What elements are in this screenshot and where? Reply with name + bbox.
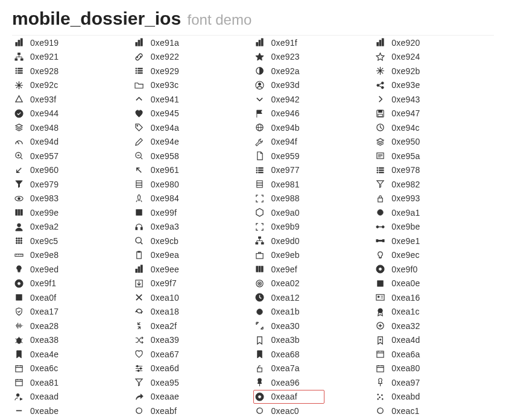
glyph-cell[interactable]: 0xea0e [373, 277, 494, 291]
glyph-cell[interactable]: 0xe960 [12, 163, 133, 178]
glyph-cell[interactable]: 0xe981 [253, 177, 374, 192]
glyph-cell[interactable]: 0xea1c [373, 305, 494, 319]
glyph-cell[interactable]: 0xea2f [133, 319, 253, 333]
glyph-cell[interactable]: 0xe94d [12, 135, 133, 149]
glyph-cell[interactable]: 0xe92b [373, 64, 494, 78]
glyph-cell[interactable]: 0xe9be [373, 220, 494, 234]
glyph-cell[interactable]: 0xe980 [133, 177, 253, 192]
glyph-cell[interactable]: 0xe942 [253, 92, 374, 107]
glyph-cell[interactable]: 0xea6a [373, 347, 494, 362]
glyph-cell[interactable]: 0xe9a3 [133, 220, 253, 234]
glyph-cell[interactable]: 0xea68 [253, 347, 374, 362]
glyph-cell[interactable]: 0xe919 [12, 36, 133, 50]
glyph-cell[interactable]: 0xe94b [253, 121, 374, 135]
glyph-cell[interactable]: 0xea81 [12, 375, 133, 390]
glyph-cell[interactable]: 0xe945 [133, 107, 253, 121]
glyph-cell[interactable]: 0xea39 [133, 333, 253, 348]
glyph-cell[interactable]: 0xea7a [253, 362, 374, 376]
glyph-cell[interactable]: 0xeaad [12, 390, 133, 404]
glyph-cell[interactable]: 0xea10 [133, 290, 253, 305]
glyph-cell[interactable]: 0xe978 [373, 163, 494, 178]
glyph-cell[interactable]: 0xea80 [373, 362, 494, 376]
glyph-cell[interactable]: 0xeaae [133, 390, 253, 404]
glyph-cell[interactable]: 0xe9a0 [253, 205, 374, 220]
glyph-cell[interactable]: 0xe984 [133, 192, 253, 206]
glyph-cell[interactable]: 0xe99f [133, 205, 253, 220]
glyph-cell[interactable]: 0xe93f [12, 92, 133, 107]
glyph-cell[interactable]: 0xe9e8 [12, 248, 133, 263]
glyph-cell[interactable]: 0xe9f7 [133, 277, 253, 291]
glyph-cell[interactable]: 0xe921 [12, 50, 133, 64]
glyph-cell[interactable]: 0xe948 [12, 121, 133, 135]
glyph-cell[interactable]: 0xea4d [373, 333, 494, 348]
glyph-cell[interactable]: 0xea28 [12, 319, 133, 333]
glyph-cell[interactable]: 0xea30 [253, 319, 374, 333]
glyph-cell[interactable]: 0xe924 [373, 50, 494, 64]
glyph-cell[interactable]: 0xe9c5 [12, 234, 133, 248]
glyph-cell[interactable]: 0xe929 [133, 64, 253, 78]
glyph-cell[interactable]: 0xe944 [12, 107, 133, 121]
glyph-cell[interactable]: 0xeac0 [253, 404, 374, 418]
glyph-cell[interactable]: 0xea38 [12, 333, 133, 348]
glyph-cell[interactable]: 0xea3b [253, 333, 374, 348]
glyph-cell[interactable]: 0xe9ee [133, 262, 253, 277]
glyph-cell[interactable]: 0xea32 [373, 319, 494, 333]
glyph-cell[interactable]: 0xe9a2 [12, 220, 133, 234]
glyph-cell[interactable]: 0xe9d0 [253, 234, 374, 248]
glyph-cell[interactable]: 0xea17 [12, 305, 133, 319]
glyph-cell[interactable]: 0xe9ec [373, 248, 494, 263]
glyph-cell[interactable]: 0xe94e [133, 135, 253, 149]
glyph-cell[interactable]: 0xea6c [12, 362, 133, 376]
glyph-cell[interactable]: 0xe982 [373, 177, 494, 192]
glyph-cell[interactable]: 0xe91a [133, 36, 253, 50]
glyph-cell[interactable]: 0xe92a [253, 64, 374, 78]
glyph-cell[interactable]: 0xe950 [373, 135, 494, 149]
glyph-cell[interactable]: 0xeaaf [253, 390, 324, 404]
glyph-cell[interactable]: 0xea4e [12, 347, 133, 362]
glyph-cell[interactable]: 0xea16 [373, 290, 494, 305]
glyph-cell[interactable]: 0xea18 [133, 305, 253, 319]
glyph-cell[interactable]: 0xe943 [373, 92, 494, 107]
glyph-cell[interactable]: 0xeabd [373, 390, 494, 404]
glyph-cell[interactable]: 0xe93e [373, 78, 494, 93]
glyph-cell[interactable]: 0xe9cb [133, 234, 253, 248]
glyph-cell[interactable]: 0xe94f [253, 135, 374, 149]
glyph-cell[interactable]: 0xeabf [133, 404, 253, 418]
glyph-cell[interactable]: 0xe9f0 [373, 262, 494, 277]
glyph-cell[interactable]: 0xe979 [12, 177, 133, 192]
glyph-cell[interactable]: 0xe92c [12, 78, 133, 93]
glyph-cell[interactable]: 0xe99e [12, 205, 133, 220]
glyph-cell[interactable]: 0xe957 [12, 149, 133, 163]
glyph-cell[interactable]: 0xe9b9 [253, 220, 374, 234]
glyph-cell[interactable]: 0xe93d [253, 78, 374, 93]
glyph-cell[interactable]: 0xe9ef [253, 262, 374, 277]
glyph-cell[interactable]: 0xea02 [253, 277, 374, 291]
glyph-cell[interactable]: 0xe9ea [133, 248, 253, 263]
glyph-cell[interactable]: 0xe9e1 [373, 234, 494, 248]
glyph-cell[interactable]: 0xea97 [373, 375, 494, 390]
glyph-cell[interactable]: 0xe94c [373, 121, 494, 135]
glyph-cell[interactable]: 0xe961 [133, 163, 253, 178]
glyph-cell[interactable]: 0xe928 [12, 64, 133, 78]
glyph-cell[interactable]: 0xea95 [133, 375, 253, 390]
glyph-cell[interactable]: 0xea96 [253, 375, 374, 390]
glyph-cell[interactable]: 0xe94a [133, 121, 253, 135]
glyph-cell[interactable]: 0xe9ed [12, 262, 133, 277]
glyph-cell[interactable]: 0xea0f [12, 290, 133, 305]
glyph-cell[interactable]: 0xe947 [373, 107, 494, 121]
glyph-cell[interactable]: 0xeabe [12, 404, 133, 418]
glyph-cell[interactable]: 0xeac1 [373, 404, 494, 418]
glyph-cell[interactable]: 0xe9a1 [373, 205, 494, 220]
glyph-cell[interactable]: 0xea6d [133, 362, 253, 376]
glyph-cell[interactable]: 0xea1b [253, 305, 374, 319]
glyph-cell[interactable]: 0xe923 [253, 50, 374, 64]
glyph-cell[interactable]: 0xe95a [373, 149, 494, 163]
glyph-cell[interactable]: 0xe983 [12, 192, 133, 206]
glyph-cell[interactable]: 0xe988 [253, 192, 374, 206]
glyph-cell[interactable]: 0xe958 [133, 149, 253, 163]
glyph-cell[interactable]: 0xe93c [133, 78, 253, 93]
glyph-cell[interactable]: 0xe9eb [253, 248, 374, 263]
glyph-cell[interactable]: 0xe946 [253, 107, 374, 121]
glyph-cell[interactable]: 0xe9f1 [12, 277, 133, 291]
glyph-cell[interactable]: 0xe941 [133, 92, 253, 107]
